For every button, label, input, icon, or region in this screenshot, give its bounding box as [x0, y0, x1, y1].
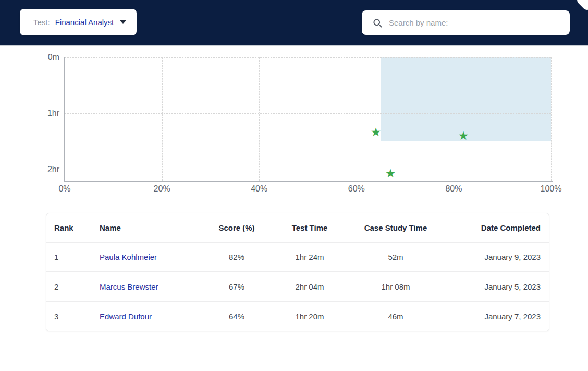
x-axis-tick-label: 40% [251, 184, 267, 194]
table-row: 3Edward Dufour64%1hr 20m46mJanuary 7, 20… [46, 301, 549, 331]
vertical-gridline [454, 57, 454, 181]
data-point-star[interactable]: ★ [458, 130, 469, 142]
horizontal-gridline [65, 57, 551, 58]
search-label: Search by name: [389, 18, 448, 27]
x-axis-tick-label: 0% [58, 184, 70, 194]
cell-rank: 2 [46, 282, 88, 291]
cell-case_study_time: 1hr 08m [346, 282, 445, 291]
table-row: 2Marcus Brewster67%2hr 04m1hr 08mJanuary… [46, 271, 549, 301]
candidate-name-link[interactable]: Paula Kohlmeier [88, 253, 200, 261]
x-axis-tick-label: 60% [348, 184, 365, 194]
test-select-dropdown[interactable]: Test: Financial Analyst [20, 9, 137, 35]
column-header: Score (%) [200, 223, 273, 232]
search-input[interactable] [454, 18, 559, 31]
cell-rank: 3 [46, 312, 88, 321]
cell-case_study_time: 52m [346, 253, 445, 261]
candidate-name-link[interactable]: Marcus Brewster [88, 282, 200, 291]
y-axis-tick-label: 2hr [47, 165, 59, 174]
horizontal-gridline [65, 113, 551, 114]
y-axis-tick-label: 0m [48, 53, 59, 62]
cell-date_completed: January 9, 2023 [445, 253, 549, 261]
y-axis-labels: 0m1hr2hr [0, 57, 59, 181]
column-header: Name [88, 223, 200, 232]
column-header: Rank [46, 223, 88, 232]
x-axis-tick-label: 20% [154, 184, 170, 194]
vertical-gridline [357, 57, 357, 181]
x-axis-line [64, 181, 553, 182]
data-point-star[interactable]: ★ [385, 167, 396, 179]
column-header: Case Study Time [346, 223, 445, 232]
cell-score: 64% [200, 312, 273, 321]
table-row: 1Paula Kohlmeier82%1hr 24m52mJanuary 9, … [46, 242, 549, 271]
corner-decoration [575, 0, 588, 12]
cell-score: 67% [200, 282, 273, 291]
y-axis-tick-label: 1hr [47, 109, 59, 118]
vertical-gridline [551, 57, 552, 181]
table-header-row: RankNameScore (%)Test TimeCase Study Tim… [46, 213, 549, 242]
cell-rank: 1 [46, 253, 88, 261]
x-axis-labels: 0%20%40%60%80%100% [65, 184, 551, 196]
column-header: Date Completed [445, 223, 549, 232]
screen: Test: Financial Analyst Search by name: … [0, 0, 588, 371]
cell-test_time: 2hr 04m [273, 282, 346, 291]
cell-test_time: 1hr 24m [273, 253, 346, 261]
candidate-name-link[interactable]: Edward Dufour [88, 312, 200, 321]
table-body: 1Paula Kohlmeier82%1hr 24m52mJanuary 9, … [46, 242, 549, 331]
x-axis-tick-label: 100% [541, 184, 562, 194]
horizontal-gridline [65, 170, 551, 170]
search-icon [372, 18, 383, 28]
test-select-label: Test: [33, 18, 50, 27]
search-box[interactable]: Search by name: [362, 10, 570, 35]
chevron-down-icon [120, 20, 126, 24]
cell-date_completed: January 5, 2023 [445, 282, 549, 291]
vertical-gridline [259, 57, 260, 181]
test-select-value: Financial Analyst [55, 18, 117, 27]
plot-area: ★★★ [65, 57, 551, 181]
results-table: RankNameScore (%)Test TimeCase Study Tim… [46, 213, 549, 331]
vertical-gridline [162, 57, 163, 181]
column-header: Test Time [273, 223, 346, 232]
cell-test_time: 1hr 20m [273, 312, 346, 321]
x-axis-tick-label: 80% [445, 184, 462, 194]
cell-case_study_time: 46m [346, 312, 445, 321]
y-axis-line [64, 57, 65, 182]
cell-date_completed: January 7, 2023 [445, 312, 549, 321]
cell-score: 82% [200, 253, 273, 261]
app-header: Test: Financial Analyst Search by name: [0, 0, 588, 46]
data-point-star[interactable]: ★ [371, 126, 382, 138]
